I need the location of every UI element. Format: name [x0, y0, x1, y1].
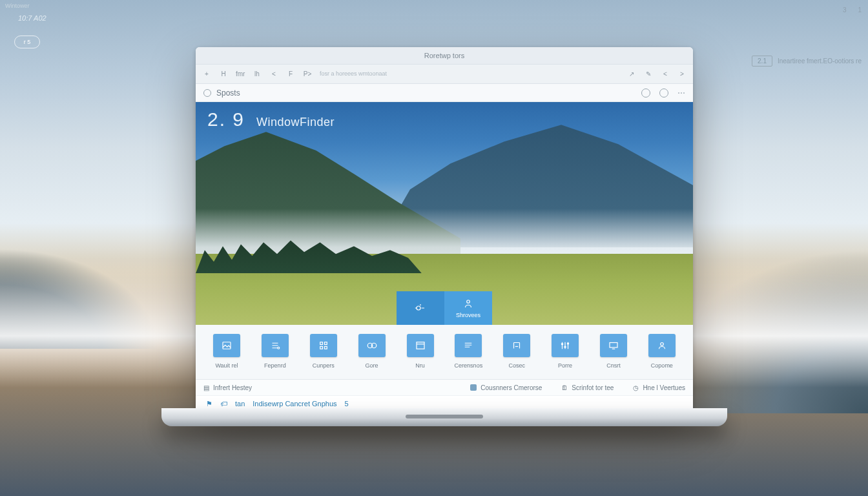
desktop-banner: 2.1 Ineartiree fmert.EO-ootiors re	[752, 56, 862, 67]
square-icon	[470, 384, 477, 391]
tile-label: Porre	[558, 362, 572, 369]
svg-rect-10	[417, 342, 424, 349]
toolbar-btn-4[interactable]: lh	[253, 70, 262, 78]
app-window: Roretwp tors + H fmr lh < F P> fosr a ho…	[196, 47, 693, 412]
tile-label: Cosec	[508, 362, 525, 369]
subbar-app-icon	[203, 89, 211, 97]
window-title: Roretwp tors	[424, 52, 464, 59]
toolbar-forward-icon[interactable]: >	[677, 70, 687, 78]
tile-label: Cerensnos	[455, 362, 483, 369]
status-item-1[interactable]: Cousnners Cmerorse	[470, 384, 542, 391]
svg-rect-5	[324, 342, 327, 345]
weather-icon	[415, 302, 426, 314]
hero-area: 2. 9 WindowFinder Shrovees	[196, 102, 693, 325]
svg-point-3	[278, 347, 280, 349]
tile-label: Copome	[651, 362, 673, 369]
tile-7[interactable]: Porre	[546, 334, 584, 369]
bottom-link-a[interactable]: tan	[235, 400, 245, 408]
tile-label: Gore	[366, 362, 378, 369]
toolbar-edit-icon[interactable]: ✎	[644, 70, 653, 78]
toolbar-btn-2[interactable]: H	[219, 70, 228, 78]
desktop-pill-button[interactable]: r 5	[14, 36, 40, 48]
desktop-corner-time: 10:7 A02	[18, 14, 46, 22]
indicator-a: 3	[843, 6, 847, 14]
clock-icon[interactable]	[659, 88, 668, 98]
status-label: Scrinfot tor tee	[572, 384, 614, 391]
hero-cards: Shrovees	[397, 291, 492, 325]
window-icon	[415, 340, 426, 351]
status-bar: ▤ Infrert Hestey Cousnners Cmerorse 🗓 Sc…	[196, 379, 693, 395]
tile-8[interactable]: Cnsrt	[594, 334, 633, 369]
toolbar-back-icon[interactable]: <	[661, 70, 670, 78]
desktop-topright-indicators: 3 1	[843, 6, 862, 14]
svg-rect-14	[610, 343, 617, 348]
text-icon	[511, 340, 522, 351]
tile-9[interactable]: Copome	[643, 334, 681, 369]
subbar-label: Sposts	[216, 88, 240, 98]
status-item-2[interactable]: 🗓 Scrinfot tor tee	[561, 384, 614, 391]
banner-badge[interactable]: 2.1	[752, 56, 772, 67]
status-item-3[interactable]: ◷ Hne l Veertues	[633, 384, 685, 391]
svg-rect-7	[324, 347, 327, 349]
hero-number: 2. 9	[207, 108, 245, 130]
status-label: Infrert Hestey	[213, 384, 252, 391]
tile-label: Cnsrt	[606, 362, 621, 369]
grid-icon	[318, 340, 329, 351]
tile-2[interactable]: Cunpers	[304, 334, 343, 369]
tile-label: Wauit rel	[215, 362, 238, 369]
screen-icon	[608, 340, 619, 351]
svg-point-0	[417, 306, 420, 310]
toolbar-btn-6[interactable]: F	[286, 70, 295, 78]
lines-icon	[462, 340, 474, 351]
banner-text: Ineartiree fmert.EO-ootiors re	[778, 57, 862, 65]
image-icon	[221, 340, 232, 351]
sliders-icon	[559, 340, 571, 351]
svg-rect-6	[320, 347, 323, 349]
menu-icon[interactable]: ⋯	[677, 88, 685, 98]
list-icon	[269, 340, 281, 351]
tile-4[interactable]: Nru	[401, 334, 440, 369]
window-titlebar[interactable]: Roretwp tors	[196, 47, 693, 65]
hero-card-label: Shrovees	[456, 312, 480, 318]
tiles-row: Wauit rel Fepenrd Cunpers Gore Nru Ceren…	[196, 325, 693, 379]
tile-label: Nru	[415, 362, 425, 369]
tile-label: Fepenrd	[264, 362, 286, 369]
toolbar-address[interactable]: fosr a horeees wmtoonaat	[320, 70, 387, 77]
tile-1[interactable]: Fepenrd	[256, 334, 294, 369]
tile-3[interactable]: Gore	[353, 334, 391, 369]
user-icon	[656, 340, 668, 351]
document-icon: ▤	[203, 384, 209, 391]
tile-label: Cunpers	[313, 362, 335, 369]
tile-6[interactable]: Cosec	[497, 334, 536, 369]
flag-icon[interactable]: ⚑	[206, 400, 212, 408]
device-bezel	[161, 408, 727, 426]
bottom-link-b[interactable]: Indisewrp Cancret Gnphus	[253, 400, 336, 408]
indicator-b: 1	[858, 6, 862, 14]
number-icon	[366, 340, 378, 351]
svg-rect-4	[320, 342, 323, 345]
toolbar-btn-5[interactable]: <	[269, 70, 278, 78]
status-label: Hne l Veertues	[643, 384, 685, 391]
toolbar-btn-7[interactable]: P>	[303, 70, 312, 78]
bottom-link-c[interactable]: 5	[345, 400, 349, 408]
toolbar-add[interactable]: +	[202, 70, 211, 78]
hero-app-name: WindowFinder	[256, 116, 335, 129]
hero-card-person[interactable]: Shrovees	[444, 291, 492, 325]
status-label: Cousnners Cmerorse	[480, 384, 542, 391]
hero-title: 2. 9 WindowFinder	[207, 108, 335, 130]
status-item-0[interactable]: ▤ Infrert Hestey	[203, 384, 252, 391]
desktop-corner-label: Wintower	[5, 3, 30, 9]
person-icon	[462, 298, 474, 309]
svg-rect-2	[223, 342, 231, 349]
hero-card-weather[interactable]	[397, 291, 444, 325]
tag-icon[interactable]: 🏷	[220, 400, 227, 408]
tile-5[interactable]: Cerensnos	[449, 334, 488, 369]
refresh-icon[interactable]	[641, 88, 650, 98]
toolbar: + H fmr lh < F P> fosr a horeees wmtoona…	[196, 65, 693, 84]
tile-0[interactable]: Wauit rel	[207, 334, 246, 369]
calendar-icon: 🗓	[561, 384, 568, 391]
clock-status-icon: ◷	[633, 384, 639, 391]
svg-point-15	[661, 343, 664, 346]
toolbar-btn-3[interactable]: fmr	[236, 70, 245, 78]
toolbar-share-icon[interactable]: ↗	[627, 70, 636, 78]
